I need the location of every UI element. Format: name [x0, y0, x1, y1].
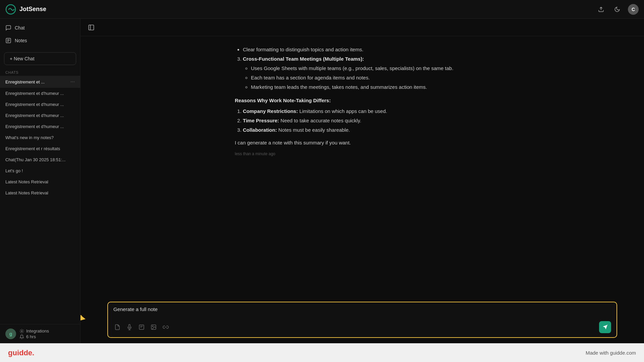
content-area: Clear formatting to distinguish topics a…	[80, 19, 644, 343]
svg-marker-9	[80, 312, 86, 321]
chat-item-label: Let's go !	[5, 168, 23, 173]
sidebar-item-chat[interactable]: Chat	[0, 21, 80, 34]
chat-list: Enregistrement et ... ··· Enregistrement…	[0, 76, 80, 324]
closing-text: I can generate a note with this summary …	[235, 139, 490, 147]
main-layout: Chat Notes + New Chat Chats Enregistreme…	[0, 19, 644, 343]
sidebar-item-notes[interactable]: Notes	[0, 34, 80, 47]
chat-list-item[interactable]: Latest Notes Retrieval	[0, 187, 80, 198]
bullet3-3: Marketing team leads the meetings, takes…	[251, 83, 490, 91]
notes-icon	[5, 38, 11, 44]
app-logo: JotSense	[5, 4, 86, 15]
chat-item-label: Enregistrement et ...	[5, 79, 45, 84]
integrations-label: Integrations	[26, 328, 49, 334]
chat-input[interactable]: Generate a full note	[113, 306, 611, 317]
svg-marker-19	[603, 325, 607, 329]
chat-item-label: Enregistrement et r résultats	[5, 146, 60, 151]
chat-item-label: Enregistrement et d'humeur ...	[5, 102, 64, 107]
user-avatar[interactable]: C	[628, 4, 639, 15]
chat-input-toolbar	[113, 318, 611, 333]
notes-attach-button[interactable]	[138, 323, 146, 331]
chat-list-item[interactable]: Chat(Thu Jan 30 2025 18:51:...	[0, 154, 80, 165]
send-icon	[602, 324, 608, 330]
reason3-label: Collaboration:	[243, 127, 277, 133]
chat-icon	[5, 25, 11, 31]
app-name: JotSense	[19, 6, 46, 13]
chat-item-label: Enregistrement et d'humeur ...	[5, 91, 64, 96]
reasons-title: Reasons Why Work Note-Taking Differs:	[235, 98, 331, 103]
topbar: JotSense C	[0, 0, 644, 19]
content-header	[80, 19, 644, 36]
footer: guidde. Made with guidde.com	[0, 343, 644, 362]
sidebar: Chat Notes + New Chat Chats Enregistreme…	[0, 19, 80, 343]
chat-list-item[interactable]: Let's go !	[0, 165, 80, 176]
chat-list-item[interactable]: Enregistrement et d'humeur ...	[0, 121, 80, 132]
new-chat-button[interactable]: + New Chat	[4, 52, 76, 65]
image-button[interactable]	[150, 323, 158, 331]
reason2-text: Need to take accurate notes quickly.	[280, 118, 361, 123]
mic-button[interactable]	[125, 323, 133, 331]
toggle-sidebar-button[interactable]	[86, 22, 97, 33]
chat-messages: Clear formatting to distinguish topics a…	[80, 36, 644, 298]
chat-list-item[interactable]: Latest Notes Retrieval	[0, 176, 80, 187]
user-sidebar-avatar: g	[5, 328, 16, 339]
chat-list-item[interactable]: Enregistrement et r résultats	[0, 143, 80, 154]
sidebar-nav: Chat Notes	[0, 19, 80, 50]
chat-item-label: What's new in my notes?	[5, 135, 54, 140]
reason2-label: Time Pressure:	[243, 118, 279, 123]
theme-button[interactable]	[612, 4, 623, 15]
integrations-icon	[19, 329, 24, 334]
chat-input-area: Generate a full note	[80, 298, 644, 343]
sidebar-bottom: g Integrations 6 hrs	[0, 324, 80, 343]
chats-section-label: Chats	[0, 68, 80, 76]
chat-list-item[interactable]: Enregistrement et ... ···	[0, 76, 80, 88]
bullet3-1: Uses Google Sheets with multiple teams (…	[251, 64, 490, 72]
svg-rect-7	[89, 25, 94, 30]
footer-tagline: Made with guidde.com	[586, 350, 636, 356]
bullet-intro: Clear formatting to distinguish topics a…	[243, 46, 490, 54]
reason1-text: Limitations on which apps can be used.	[299, 108, 387, 114]
message-timestamp: less than a minute ago	[235, 151, 490, 157]
notifications-label: 6 hrs	[26, 334, 36, 339]
chat-item-label: Enregistrement et d'humeur ...	[5, 113, 64, 118]
chat-item-label: Chat(Thu Jan 30 2025 18:51:...	[5, 157, 66, 162]
new-chat-label: + New Chat	[10, 56, 35, 61]
assistant-message: Clear formatting to distinguish topics a…	[235, 46, 490, 157]
reason1-label: Company Restrictions:	[243, 108, 298, 114]
chat-item-label: Latest Notes Retrieval	[5, 179, 48, 184]
svg-point-16	[152, 326, 153, 326]
upload-button[interactable]	[596, 4, 606, 15]
link-button[interactable]	[162, 323, 170, 331]
guidde-logo: guidde.	[8, 349, 34, 357]
svg-point-6	[21, 330, 22, 332]
sidebar-chat-label: Chat	[15, 25, 25, 31]
chat-list-item[interactable]: What's new in my notes?	[0, 132, 80, 143]
chat-input-box: Generate a full note	[107, 302, 617, 338]
bullet3-2: Each team has a section for agenda items…	[251, 74, 490, 82]
reason3-text: Notes must be easily shareable.	[278, 127, 350, 133]
chat-item-label: Enregistrement et d'humeur ...	[5, 124, 64, 129]
chat-item-more-button[interactable]: ···	[70, 79, 75, 85]
chat-list-item[interactable]: Enregistrement et d'humeur ...	[0, 99, 80, 110]
section3-title: Cross-Functional Team Meetings (Multiple…	[243, 56, 364, 62]
topbar-actions: C	[596, 4, 639, 15]
chat-list-item[interactable]: Enregistrement et d'humeur ...	[0, 88, 80, 99]
guidde-logo-text: guidde.	[8, 349, 34, 357]
chat-item-label: Latest Notes Retrieval	[5, 190, 48, 195]
sidebar-notes-label: Notes	[15, 38, 27, 43]
chat-list-item[interactable]: Enregistrement et d'humeur ...	[0, 110, 80, 121]
file-attach-button[interactable]	[113, 323, 121, 331]
notifications-icon	[19, 335, 24, 339]
send-button[interactable]	[599, 321, 611, 333]
